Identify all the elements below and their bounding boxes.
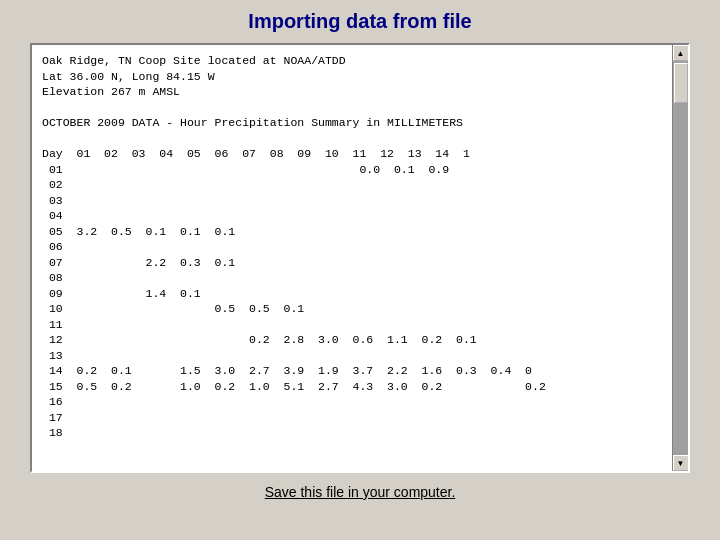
bottom-area: Save this file in your computer. — [265, 483, 456, 501]
scroll-up-arrow[interactable]: ▲ — [673, 45, 689, 61]
bottom-text: Save this file in your computer. — [265, 484, 456, 500]
scroll-down-arrow[interactable]: ▼ — [673, 455, 689, 471]
file-display-area: Oak Ridge, TN Coop Site located at NOAA/… — [30, 43, 690, 473]
page-title: Importing data from file — [248, 10, 471, 33]
scroll-thumb[interactable] — [674, 63, 688, 103]
scroll-track[interactable] — [673, 61, 688, 455]
file-content-text: Oak Ridge, TN Coop Site located at NOAA/… — [32, 45, 688, 471]
vertical-scrollbar[interactable]: ▲ ▼ — [672, 45, 688, 471]
